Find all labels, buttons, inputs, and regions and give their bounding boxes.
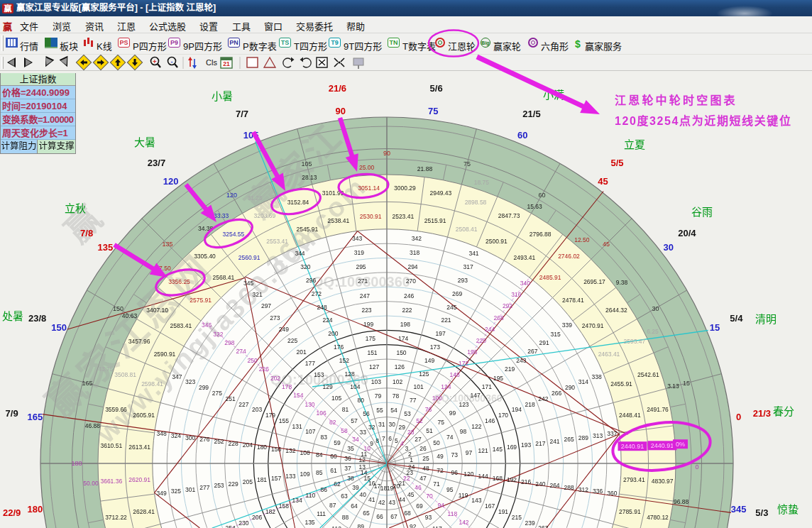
svg-text:143: 143 [471,497,481,504]
svg-text:109: 109 [300,471,310,478]
svg-text:谷雨: 谷雨 [691,206,713,218]
svg-text:246: 246 [404,292,414,299]
svg-text:299: 299 [199,384,209,391]
svg-text:194: 194 [512,406,522,413]
svg-text:95: 95 [446,486,454,493]
svg-text:34: 34 [352,436,359,443]
svg-text:5/3: 5/3 [755,507,768,518]
svg-text:2448.41: 2448.41 [619,412,641,419]
svg-text:298: 298 [224,339,234,346]
svg-text:134: 134 [292,497,302,504]
svg-text:80: 80 [357,397,364,404]
svg-text:125: 125 [419,370,429,378]
svg-text:318: 318 [410,249,419,256]
svg-text:276: 276 [199,436,209,443]
svg-text:3356.25: 3356.25 [168,278,190,285]
svg-text:78: 78 [393,392,400,400]
svg-text:92: 92 [410,523,417,528]
svg-text:222: 222 [402,307,412,314]
svg-text:65: 65 [363,510,370,517]
svg-text:228: 228 [229,440,238,447]
svg-text:2485.91: 2485.91 [539,274,561,281]
svg-text:317: 317 [463,263,473,270]
svg-text:春分: 春分 [773,405,794,417]
svg-text:2598.41: 2598.41 [141,380,163,387]
svg-text:293: 293 [458,277,468,284]
svg-text:247: 247 [360,292,370,299]
svg-text:267: 267 [527,348,537,355]
svg-text:12.50: 12.50 [574,236,590,243]
svg-text:277: 277 [199,484,209,491]
svg-text:40: 40 [360,491,367,498]
svg-text:181: 181 [257,476,267,483]
svg-text:7: 7 [382,435,385,442]
svg-text:102: 102 [393,378,402,385]
svg-text:120: 120 [163,176,179,187]
svg-text:154: 154 [293,392,303,399]
svg-text:158: 158 [279,502,289,510]
svg-text:2590.91: 2590.91 [154,351,176,358]
svg-text:90: 90 [383,150,390,157]
svg-text:39: 39 [352,484,359,491]
svg-text:101: 101 [414,383,424,390]
svg-text:18.75: 18.75 [474,179,490,186]
svg-text:313: 313 [593,432,603,439]
svg-text:111: 111 [317,510,326,517]
svg-text:150: 150 [51,322,67,333]
svg-text:33.33: 33.33 [214,212,229,219]
svg-text:104: 104 [350,383,360,390]
svg-text:273: 273 [270,314,280,321]
svg-text:45: 45 [603,241,610,248]
svg-text:155: 155 [279,417,289,424]
svg-text:30: 30 [663,242,673,253]
svg-text:64: 64 [351,502,358,510]
svg-text:216: 216 [521,478,531,485]
svg-text:3712.22: 3712.22 [105,514,127,521]
svg-text:2949.43: 2949.43 [430,189,452,197]
svg-text:165: 165 [82,380,92,387]
svg-text:157: 157 [271,475,281,482]
svg-text:314: 314 [578,378,588,385]
svg-text:173: 173 [430,343,440,351]
svg-text:175: 175 [366,335,375,342]
svg-text:50: 50 [433,439,440,446]
svg-text:97: 97 [466,449,473,456]
svg-text:55: 55 [376,407,383,414]
svg-text:88: 88 [342,514,349,521]
svg-text:149: 149 [424,357,434,364]
svg-text:2545.91: 2545.91 [296,226,318,233]
svg-text:2530.91: 2530.91 [360,213,382,220]
svg-text:66: 66 [376,513,383,520]
svg-text:264: 264 [549,482,559,489]
svg-text:68: 68 [404,510,411,517]
svg-text:2491.76: 2491.76 [647,406,669,413]
svg-text:3407.10: 3407.10 [146,307,168,314]
svg-text:21/5: 21/5 [522,109,540,119]
svg-text:+: + [153,58,156,65]
svg-text:110: 110 [306,492,316,499]
svg-text:5: 5 [395,437,398,444]
svg-text:23: 23 [407,469,414,476]
svg-text:292: 292 [503,302,512,309]
svg-text:2796.88: 2796.88 [530,231,552,238]
svg-text:20/4: 20/4 [678,228,696,238]
svg-text:199: 199 [363,321,373,328]
svg-text:343: 343 [352,235,362,242]
svg-text:小暑: 小暑 [212,90,233,102]
svg-text:2508.41: 2508.41 [456,226,478,233]
svg-text:83: 83 [321,434,328,441]
svg-text:131: 131 [292,423,302,430]
svg-text:291: 291 [539,339,549,346]
svg-text:31: 31 [378,421,385,428]
svg-text:30: 30 [652,305,659,312]
svg-text:8: 8 [375,437,379,444]
svg-text:249: 249 [279,326,289,333]
svg-text:150: 150 [396,349,406,356]
svg-text:275: 275 [212,390,222,397]
svg-text:319: 319 [354,249,364,256]
svg-text:45: 45 [407,491,415,498]
svg-text:2583.41: 2583.41 [170,322,192,329]
svg-text:7/9: 7/9 [6,408,18,419]
svg-text:220: 220 [476,337,486,344]
svg-text:126: 126 [395,363,405,370]
